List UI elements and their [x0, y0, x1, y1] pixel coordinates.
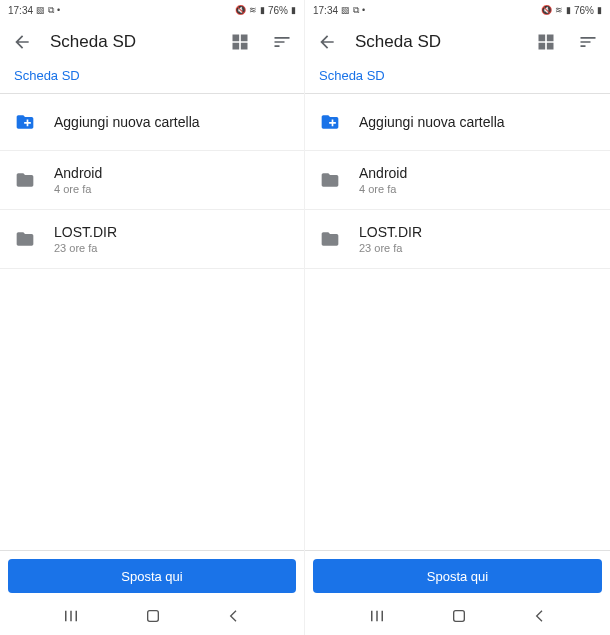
- grid-view-button[interactable]: [532, 28, 560, 56]
- recent-icon: [62, 607, 80, 625]
- signal-icon: ▮: [566, 6, 571, 15]
- nav-back-icon: [226, 608, 242, 624]
- bottom-bar: Sposta qui: [305, 550, 610, 601]
- list-item[interactable]: Android 4 ore fa: [305, 151, 610, 210]
- page-title: Scheda SD: [355, 32, 518, 52]
- battery-pct: 76%: [268, 5, 288, 16]
- folder-sub: 23 ore fa: [54, 242, 290, 254]
- signal-icon: ▮: [260, 6, 265, 15]
- move-here-button[interactable]: Sposta qui: [313, 559, 602, 593]
- folder-icon: [319, 229, 341, 249]
- add-folder-label: Aggiungi nuova cartella: [54, 114, 290, 130]
- picture-icon: ▧: [36, 6, 45, 15]
- app-bar: Scheda SD: [0, 20, 304, 64]
- folder-icon: [14, 229, 36, 249]
- add-folder-icon: [319, 112, 341, 132]
- folder-name: LOST.DIR: [359, 224, 596, 240]
- breadcrumb[interactable]: Scheda SD: [0, 64, 304, 93]
- mute-icon: 🔇: [235, 6, 246, 15]
- battery-pct: 76%: [574, 5, 594, 16]
- list-item[interactable]: LOST.DIR 23 ore fa: [305, 210, 610, 269]
- back-button[interactable]: [313, 28, 341, 56]
- add-folder-label: Aggiungi nuova cartella: [359, 114, 596, 130]
- folder-name: Android: [54, 165, 290, 181]
- back-button[interactable]: [8, 28, 36, 56]
- system-nav-bar: [0, 601, 304, 635]
- grid-view-button[interactable]: [226, 28, 254, 56]
- folder-icon: [319, 170, 341, 190]
- nav-back-button[interactable]: [226, 608, 242, 628]
- wifi-icon: ≋: [249, 6, 257, 15]
- nav-home-button[interactable]: [145, 608, 161, 628]
- svg-rect-1: [453, 611, 464, 622]
- home-icon: [145, 608, 161, 624]
- app-bar: Scheda SD: [305, 20, 610, 64]
- nav-recent-button[interactable]: [62, 607, 80, 629]
- folder-list: Aggiungi nuova cartella Android 4 ore fa…: [0, 94, 304, 550]
- add-folder-button[interactable]: Aggiungi nuova cartella: [305, 94, 610, 151]
- folder-name: LOST.DIR: [54, 224, 290, 240]
- folder-sub: 4 ore fa: [54, 183, 290, 195]
- nav-recent-button[interactable]: [368, 607, 386, 629]
- add-folder-button[interactable]: Aggiungi nuova cartella: [0, 94, 304, 151]
- folder-name: Android: [359, 165, 596, 181]
- nav-back-icon: [532, 608, 548, 624]
- nav-back-button[interactable]: [532, 608, 548, 628]
- folder-icon: [14, 170, 36, 190]
- folder-list: Aggiungi nuova cartella Android 4 ore fa…: [305, 94, 610, 550]
- sort-button[interactable]: [268, 28, 296, 56]
- arrow-left-icon: [12, 32, 32, 52]
- list-item[interactable]: Android 4 ore fa: [0, 151, 304, 210]
- move-here-button[interactable]: Sposta qui: [8, 559, 296, 593]
- nav-home-button[interactable]: [451, 608, 467, 628]
- wifi-icon: ≋: [555, 6, 563, 15]
- recent-icon: [368, 607, 386, 625]
- pane-left: 17:34 ▧ ⧉ • 🔇 ≋ ▮ 76% ▮ Scheda SD: [0, 0, 305, 635]
- arrow-left-icon: [317, 32, 337, 52]
- grid-icon: [536, 32, 556, 52]
- status-bar: 17:34 ▧ ⧉ • 🔇 ≋ ▮ 76% ▮: [0, 0, 304, 20]
- home-icon: [451, 608, 467, 624]
- link-icon: ⧉: [353, 6, 359, 15]
- breadcrumb[interactable]: Scheda SD: [305, 64, 610, 93]
- page-title: Scheda SD: [50, 32, 212, 52]
- picture-icon: ▧: [341, 6, 350, 15]
- sort-button[interactable]: [574, 28, 602, 56]
- svg-rect-0: [148, 611, 159, 622]
- folder-sub: 23 ore fa: [359, 242, 596, 254]
- list-item[interactable]: LOST.DIR 23 ore fa: [0, 210, 304, 269]
- status-bar: 17:34 ▧ ⧉ • 🔇 ≋ ▮ 76% ▮: [305, 0, 610, 20]
- grid-icon: [230, 32, 250, 52]
- battery-icon: ▮: [597, 6, 602, 15]
- pane-right: 17:34 ▧ ⧉ • 🔇 ≋ ▮ 76% ▮ Scheda SD: [305, 0, 610, 635]
- status-time: 17:34: [313, 5, 338, 16]
- bottom-bar: Sposta qui: [0, 550, 304, 601]
- mute-icon: 🔇: [541, 6, 552, 15]
- system-nav-bar: [305, 601, 610, 635]
- status-time: 17:34: [8, 5, 33, 16]
- folder-sub: 4 ore fa: [359, 183, 596, 195]
- sort-icon: [578, 32, 598, 52]
- link-icon: ⧉: [48, 6, 54, 15]
- more-icon: •: [57, 6, 60, 15]
- battery-icon: ▮: [291, 6, 296, 15]
- sort-icon: [272, 32, 292, 52]
- more-icon: •: [362, 6, 365, 15]
- add-folder-icon: [14, 112, 36, 132]
